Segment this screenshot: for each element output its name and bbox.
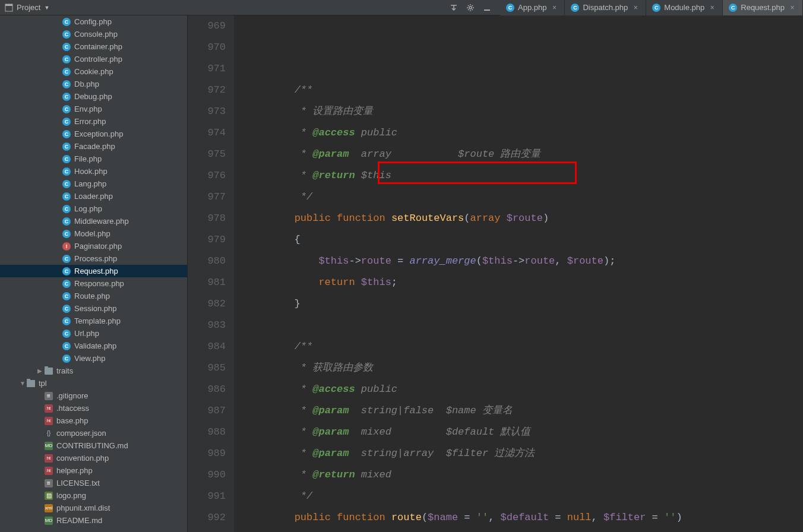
tree-label: Route.php — [74, 292, 110, 300]
tree-item-middleware-php[interactable]: CMiddleware.php — [0, 215, 187, 227]
tree-item-phpunit-xml-dist[interactable]: xmlphpunit.xml.dist — [0, 502, 187, 514]
code-line[interactable]: * @param array $route 路由变量 — [246, 144, 803, 165]
close-icon[interactable]: × — [631, 4, 640, 12]
tree-item-process-php[interactable]: CProcess.php — [0, 252, 187, 265]
config-file-icon: ht — [45, 467, 53, 475]
tree-item-file-php[interactable]: CFile.php — [0, 153, 187, 165]
svg-rect-1 — [5, 4, 12, 6]
code-line[interactable]: * @param string|false $name 变量名 — [246, 400, 803, 422]
code-line[interactable]: { — [246, 528, 803, 532]
code-line[interactable]: * 获取路由参数 — [246, 357, 803, 379]
tab-module-php[interactable]: CModule.php× — [646, 0, 723, 15]
line-number: 969 — [192, 15, 226, 37]
tree-item-paginator-php[interactable]: IPaginator.php — [0, 240, 187, 252]
tree-item-response-php[interactable]: CResponse.php — [0, 277, 187, 290]
tree-item-session-php[interactable]: CSession.php — [0, 302, 187, 315]
code-line[interactable]: public function route($name = '', $defau… — [246, 507, 803, 528]
tree-item-hook-php[interactable]: CHook.php — [0, 165, 187, 178]
php-file-icon: C — [571, 4, 579, 12]
tree-item--gitignore[interactable]: ≡.gitignore — [0, 390, 187, 402]
line-number: 973 — [192, 101, 226, 122]
tree-item-contributing-md[interactable]: MDCONTRIBUTING.md — [0, 439, 187, 452]
tree-label: Process.php — [74, 254, 117, 263]
code-line[interactable]: * 设置路由变量 — [246, 101, 803, 122]
tree-item-model-php[interactable]: CModel.php — [0, 227, 187, 240]
tree-item-error-php[interactable]: CError.php — [0, 115, 187, 128]
tree-item-console-php[interactable]: CConsole.php — [0, 28, 187, 40]
tree-item-log-php[interactable]: CLog.php — [0, 202, 187, 215]
php-file-icon: C — [62, 155, 71, 163]
tree-item-readme-md[interactable]: MDREADME.md — [0, 514, 187, 527]
tree-label: .htaccess — [56, 404, 89, 413]
tree-item-loader-php[interactable]: CLoader.php — [0, 190, 187, 202]
code-line[interactable]: */ — [246, 486, 803, 507]
tree-item-composer-json[interactable]: {}composer.json — [0, 427, 187, 439]
tree-item-config-php[interactable]: CConfig.php — [0, 15, 187, 28]
code-line[interactable]: } — [246, 293, 803, 315]
tree-item-env-php[interactable]: CEnv.php — [0, 103, 187, 115]
tree-item-convention-php[interactable]: htconvention.php — [0, 452, 187, 464]
chevron-right-icon[interactable]: ▶ — [37, 368, 45, 374]
tree-item-container-php[interactable]: CContainer.php — [0, 40, 187, 53]
tree-item-facade-php[interactable]: CFacade.php — [0, 140, 187, 153]
code-line[interactable]: { — [246, 229, 803, 251]
line-number: 975 — [192, 144, 226, 165]
code-line[interactable]: * @return $this — [246, 165, 803, 186]
tree-label: .gitignore — [56, 391, 88, 400]
tab-dispatch-php[interactable]: CDispatch.php× — [565, 0, 646, 15]
tree-item-tpl[interactable]: ▼tpl — [0, 377, 187, 390]
code-area[interactable]: /** * 设置路由变量 * @access public * @param a… — [234, 15, 803, 532]
tree-item-template-php[interactable]: CTemplate.php — [0, 315, 187, 327]
tree-label: Console.php — [74, 30, 118, 39]
tree-item-base-php[interactable]: htbase.php — [0, 414, 187, 427]
tree-item-cookie-php[interactable]: CCookie.php — [0, 65, 187, 78]
tab-request-php[interactable]: CRequest.php× — [723, 0, 803, 15]
tree-item-helper-php[interactable]: hthelper.php — [0, 464, 187, 477]
code-line[interactable]: * @param mixed $default 默认值 — [246, 422, 803, 443]
code-line[interactable]: */ — [246, 186, 803, 208]
tree-item-validate-php[interactable]: CValidate.php — [0, 340, 187, 352]
tree-item-debug-php[interactable]: CDebug.php — [0, 90, 187, 103]
minimize-icon[interactable] — [482, 3, 492, 12]
tree-item-url-php[interactable]: CUrl.php — [0, 327, 187, 340]
code-line[interactable]: $this->route = array_merge($this->route,… — [246, 251, 803, 272]
gear-icon[interactable] — [466, 3, 475, 12]
code-line[interactable]: /** — [246, 336, 803, 357]
tree-item-db-php[interactable]: CDb.php — [0, 78, 187, 90]
php-file-icon: C — [62, 142, 71, 151]
tree-item-request-php[interactable]: CRequest.php — [0, 265, 187, 277]
line-number: 971 — [192, 58, 226, 80]
code-line[interactable]: * @access public — [246, 122, 803, 144]
code-line[interactable]: * @access public — [246, 379, 803, 400]
tree-label: Session.php — [74, 304, 117, 313]
tree-item-license-txt[interactable]: ≡LICENSE.txt — [0, 477, 187, 489]
tree-item-view-php[interactable]: CView.php — [0, 352, 187, 365]
tree-label: View.php — [74, 354, 106, 363]
chevron-down-icon[interactable]: ▼ — [20, 380, 27, 387]
project-icon — [5, 4, 13, 12]
tab-app-php[interactable]: CApp.php× — [500, 0, 565, 15]
code-line[interactable]: return $this; — [246, 272, 803, 293]
tree-item--htaccess[interactable]: ht.htaccess — [0, 402, 187, 414]
code-line[interactable]: public function setRouteVars(array $rout… — [246, 208, 803, 229]
code-line[interactable] — [246, 315, 803, 336]
code-line[interactable]: * @param string|array $filter 过滤方法 — [246, 443, 803, 464]
tree-item-lang-php[interactable]: CLang.php — [0, 178, 187, 190]
line-number: 970 — [192, 37, 226, 58]
tree-item-route-php[interactable]: CRoute.php — [0, 290, 187, 302]
code-line[interactable]: /** — [246, 80, 803, 101]
tree-item-traits[interactable]: ▶traits — [0, 365, 187, 377]
close-icon[interactable]: × — [708, 4, 716, 12]
project-dropdown[interactable]: Project ▼ — [0, 0, 54, 15]
project-tree[interactable]: CConfig.phpCConsole.phpCContainer.phpCCo… — [0, 15, 188, 532]
php-file-icon: C — [62, 55, 71, 64]
tree-item-logo-png[interactable]: ▨logo.png — [0, 489, 187, 502]
close-icon[interactable]: × — [550, 4, 558, 12]
code-line[interactable]: * @return mixed — [246, 464, 803, 486]
line-number: 990 — [192, 464, 226, 486]
code-editor[interactable]: 9699709719729739749759769779789799809819… — [188, 15, 803, 532]
close-icon[interactable]: × — [788, 4, 796, 12]
tree-item-exception-php[interactable]: CException.php — [0, 128, 187, 140]
tree-item-controller-php[interactable]: CController.php — [0, 53, 187, 65]
collapse-icon[interactable] — [449, 3, 459, 12]
